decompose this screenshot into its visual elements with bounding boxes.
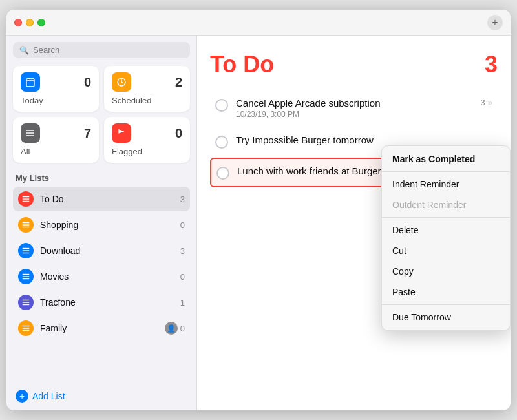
scheduled-card[interactable]: 2 Scheduled: [104, 66, 190, 112]
ctx-separator-2: [382, 217, 510, 218]
list-name-shopping: Shopping: [40, 220, 180, 230]
list-icon-tracfone: [18, 295, 34, 310]
traffic-lights: [14, 19, 45, 26]
today-label: Today: [21, 96, 91, 105]
main-content: 🔍 0: [6, 36, 511, 410]
ctx-outdent: Outdent Reminder: [382, 194, 510, 215]
flagged-card[interactable]: 0 Flagged: [104, 117, 190, 163]
reminder-content-2: Try Impossible Burger tomorrow: [236, 134, 492, 145]
list-item-movies[interactable]: Movies 0: [13, 264, 190, 289]
list-count-tracfone: 1: [180, 298, 185, 308]
reminder-item-1: Cancel Apple Arcade subscription 10/23/1…: [210, 91, 498, 125]
ctx-due-tomorrow[interactable]: Due Tomorrow: [382, 307, 510, 328]
list-icon-movies: [18, 269, 34, 284]
ctx-copy[interactable]: Copy: [382, 261, 510, 282]
list-count-movies: 0: [180, 272, 185, 282]
list-item-download[interactable]: Download 3: [13, 238, 190, 263]
main-count: 3: [485, 51, 498, 78]
reminder-title-2: Try Impossible Burger tomorrow: [236, 134, 492, 145]
list-name-movies: Movies: [40, 271, 180, 282]
smart-lists-grid: 0 Today 2 Schedule: [13, 66, 190, 163]
add-list-label: Add List: [32, 391, 65, 401]
close-button[interactable]: [14, 19, 22, 26]
scheduled-icon: [112, 72, 131, 92]
ctx-mark-completed[interactable]: Mark as Completed: [382, 149, 510, 169]
list-name-download: Download: [40, 246, 180, 256]
list-count-todo: 3: [180, 194, 185, 204]
ctx-indent[interactable]: Indent Reminder: [382, 174, 510, 194]
add-reminder-button[interactable]: +: [487, 15, 503, 30]
reminder-subtitle-1: 10/23/19, 3:00 PM: [236, 110, 481, 119]
list-item-family[interactable]: Family 👤 0: [13, 316, 190, 341]
search-input[interactable]: [33, 45, 184, 55]
reminder-circle-3[interactable]: [216, 167, 229, 180]
my-lists-header: My Lists: [13, 173, 190, 183]
all-count: 7: [84, 126, 91, 141]
list-count-shopping: 0: [180, 220, 185, 230]
all-label: All: [21, 147, 91, 156]
reminder-content-1: Cancel Apple Arcade subscription 10/23/1…: [236, 98, 481, 119]
add-list-icon: +: [16, 390, 28, 403]
all-icon: [21, 123, 40, 143]
list-icon-todo: [18, 191, 34, 207]
main-title: To Do: [210, 51, 274, 78]
flagged-label: Flagged: [112, 147, 182, 156]
add-list-button[interactable]: + Add List: [13, 382, 190, 410]
list-name-tracfone: Tracfone: [40, 297, 180, 308]
reminder-circle-1[interactable]: [215, 99, 228, 112]
list-icon-download: [18, 243, 34, 258]
today-icon: [21, 72, 40, 92]
list-icon-family: [18, 320, 34, 336]
scheduled-count: 2: [175, 75, 182, 90]
flagged-count: 0: [175, 126, 182, 141]
main-panel: To Do 3 Cancel Apple Arcade subscription…: [197, 36, 511, 410]
sidebar: 🔍 0: [6, 36, 197, 410]
ctx-separator-1: [382, 171, 510, 172]
fullscreen-button[interactable]: [37, 19, 45, 26]
flagged-icon: [112, 123, 131, 143]
scheduled-label: Scheduled: [112, 96, 182, 105]
search-icon: 🔍: [19, 46, 29, 55]
shared-icon: 👤: [165, 322, 178, 335]
today-card[interactable]: 0 Today: [13, 66, 99, 112]
all-card[interactable]: 7 All: [13, 117, 99, 163]
list-item-tracfone[interactable]: Tracfone 1: [13, 290, 190, 315]
list-count-download: 3: [180, 246, 185, 256]
chevron-right-icon: »: [488, 98, 492, 107]
list-item-todo[interactable]: To Do 3: [13, 187, 190, 211]
search-bar[interactable]: 🔍: [13, 42, 190, 58]
ctx-paste[interactable]: Paste: [382, 282, 510, 302]
main-header: To Do 3: [210, 51, 498, 78]
list-name-family: Family: [40, 323, 165, 333]
list-icon-shopping: [18, 217, 34, 233]
app-window: + 🔍: [6, 10, 511, 410]
reminder-circle-2[interactable]: [215, 136, 228, 149]
reminder-badge-1: 3 »: [481, 98, 492, 107]
ctx-separator-3: [382, 304, 510, 305]
reminder-title-1: Cancel Apple Arcade subscription: [236, 98, 481, 109]
list-count-family: 0: [180, 324, 185, 333]
ctx-delete[interactable]: Delete: [382, 220, 510, 240]
today-count: 0: [84, 75, 91, 90]
ctx-cut[interactable]: Cut: [382, 240, 510, 261]
svg-rect-0: [26, 79, 34, 87]
titlebar: +: [6, 10, 511, 36]
context-menu: Mark as Completed Indent Reminder Outden…: [381, 145, 511, 331]
lists-container: To Do 3 Shopping 0 Download: [13, 187, 190, 382]
minimize-button[interactable]: [26, 19, 34, 26]
list-item-shopping[interactable]: Shopping 0: [13, 213, 190, 237]
list-name-todo: To Do: [40, 194, 180, 204]
